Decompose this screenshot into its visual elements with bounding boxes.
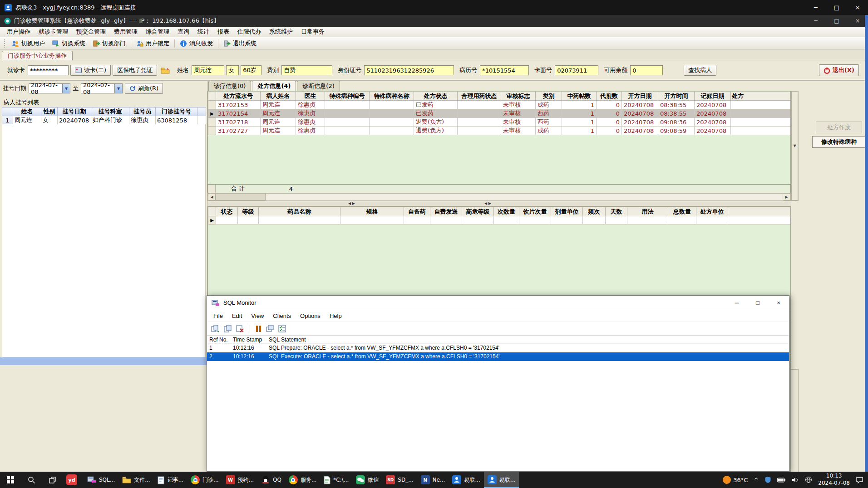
tab-outpatient-service-center[interactable]: 门诊服务中心业务操作 — [2, 51, 73, 60]
tool-switch-system-button[interactable]: 切换系统 — [49, 39, 89, 49]
copy-to-icon[interactable] — [211, 325, 220, 333]
volume-icon[interactable] — [792, 477, 799, 483]
reg-date-to-combo[interactable]: 2024-07-08 ▼ — [81, 83, 123, 93]
modify-special-disease-button[interactable]: 修改特殊病种 — [812, 136, 866, 148]
sql-log-row-selected[interactable]: 2 10:12:16 SQL Execute: ORACLE - select … — [207, 352, 789, 361]
menu-comprehensive-management[interactable]: 综合管理 — [142, 28, 173, 36]
menu-system-maintenance[interactable]: 系统维护 — [265, 28, 297, 36]
scroll-left-icon[interactable]: ◀ — [208, 194, 216, 200]
name-input[interactable]: 周元连 — [192, 65, 224, 75]
copy-icon[interactable] — [224, 325, 232, 333]
scroll-right-icon[interactable]: ▶ — [783, 194, 790, 200]
sql-minimize-button[interactable]: ─ — [726, 296, 747, 310]
tab-treatment-info[interactable]: 诊疗信息(0) — [208, 81, 251, 91]
chevron-down-icon[interactable]: ▼ — [114, 84, 122, 93]
ehc-button[interactable]: 医保电子凭证 — [113, 65, 157, 76]
checklist-icon[interactable] — [278, 325, 286, 333]
taskbar-app-ne[interactable]: N Ne... — [417, 472, 449, 488]
taskbar-app-youdao[interactable]: yd — [63, 472, 84, 488]
taskbar-app-yilianzhong-1[interactable]: 易联... — [449, 472, 483, 488]
mrn-input[interactable]: *10151554 — [480, 65, 529, 75]
sql-maximize-button[interactable]: □ — [747, 296, 768, 310]
menu-reports[interactable]: 报表 — [213, 28, 233, 36]
start-button[interactable] — [0, 472, 21, 488]
menu-prepay-management[interactable]: 预交金管理 — [72, 28, 110, 36]
hscroll-thumb[interactable] — [216, 194, 266, 200]
taskbar-app-chrome-outpatient[interactable]: 门诊... — [187, 472, 222, 488]
balance-input[interactable]: 0 — [630, 65, 663, 75]
prescription-row[interactable]: 31702727周元连徐惠贞退费(负方)未审核成药102024070809:08… — [208, 127, 791, 135]
sql-menu-clients[interactable]: Clients — [268, 312, 296, 319]
menu-user-operations[interactable]: 用户操作 — [3, 28, 35, 36]
menu-statistics[interactable]: 统计 — [193, 28, 213, 36]
find-patient-button[interactable]: 查找病人 — [684, 65, 716, 76]
folder-button[interactable] — [161, 67, 170, 74]
sql-menu-file[interactable]: File — [209, 312, 227, 319]
taskbar-clock[interactable]: 10:13 2024-07-08 — [818, 473, 850, 487]
tool-switch-user-button[interactable]: 切换用户 — [8, 39, 49, 49]
grid-splitter[interactable]: ◀ ▶ ◀ ▶ — [207, 201, 791, 206]
security-shield-icon[interactable] — [764, 476, 771, 483]
windows-icon[interactable] — [266, 325, 274, 333]
age-input[interactable]: 60岁 — [241, 65, 261, 75]
card-face-input[interactable]: 02073911 — [555, 65, 598, 75]
remote-minimize-button[interactable]: ─ — [805, 0, 826, 15]
network-icon[interactable] — [805, 476, 812, 483]
scroll-down-icon[interactable]: ▼ — [791, 91, 798, 200]
taskbar-app-text-file[interactable]: *C:\... — [320, 472, 352, 488]
taskbar-app-booking[interactable]: W 预约... — [222, 472, 257, 488]
sql-menu-edit[interactable]: Edit — [227, 312, 247, 319]
taskbar-app-sd[interactable]: SD SD_... — [382, 472, 417, 488]
app-minimize-button[interactable]: ─ — [805, 15, 826, 27]
notification-center-icon[interactable] — [856, 476, 863, 483]
tool-switch-department-button[interactable]: 切换部门 — [89, 39, 129, 49]
remote-maximize-button[interactable]: □ — [826, 0, 847, 15]
prescription-row[interactable]: 31702718周元连徐惠贞退费(负方)未审核西药102024070809:08… — [208, 118, 791, 127]
taskbar-app-wechat[interactable]: 微信 — [352, 472, 382, 488]
task-view-button[interactable] — [42, 472, 63, 488]
taskbar-app-chrome-service[interactable]: 服务... — [285, 472, 320, 488]
app-restore-button[interactable]: □ — [826, 15, 847, 27]
pause-icon[interactable] — [256, 325, 262, 333]
tray-chevron-icon[interactable]: ^ — [754, 477, 759, 483]
remote-edge-scrollbar[interactable] — [865, 15, 868, 472]
tool-messages-button[interactable]: 消息收发 — [176, 39, 217, 49]
reg-date-from-combo[interactable]: 2024-07-08 ▼ — [29, 83, 70, 93]
sql-menu-options[interactable]: Options — [296, 312, 325, 319]
splitter-grip-icon[interactable]: ◀ ▶ — [348, 201, 355, 205]
taskbar-search-button[interactable] — [21, 472, 42, 488]
sql-log-row[interactable]: 1 10:12:16 SQL Prepare: ORACLE - select … — [207, 344, 789, 352]
chevron-down-icon[interactable]: ▼ — [62, 84, 70, 93]
fee-type-input[interactable]: 自费 — [281, 65, 332, 75]
prescription-row-selected[interactable]: ▶ 31702154周元连徐惠贞已发药未审核西药102024070808:38:… — [208, 109, 791, 118]
prescription-row[interactable]: 31702153周元连徐惠贞已发药未审核成药102024070808:38:55… — [208, 101, 791, 109]
taskbar-app-qq[interactable]: QQ — [257, 472, 285, 488]
tab-diagnosis-info[interactable]: 诊断信息(2) — [297, 81, 340, 91]
registration-list-body[interactable] — [2, 124, 206, 357]
registration-hscrollbar[interactable] — [0, 357, 207, 365]
prescription-hscrollbar[interactable]: ◀ ▶ — [207, 193, 791, 201]
menu-fee-management[interactable]: 费用管理 — [110, 28, 142, 36]
refresh-button[interactable]: 刷新(R) — [125, 83, 163, 94]
gender-input[interactable]: 女 — [226, 65, 239, 75]
menu-card-management[interactable]: 就诊卡管理 — [35, 28, 72, 36]
exit-button[interactable]: 退出(X) — [819, 64, 859, 76]
battery-icon[interactable] — [777, 478, 786, 483]
sql-menu-view[interactable]: View — [247, 312, 268, 319]
menu-daily-affairs[interactable]: 日常事务 — [297, 28, 329, 36]
id-number-input[interactable]: 511023196312285926 — [364, 65, 454, 75]
tool-exit-system-button[interactable]: 退出系统 — [220, 39, 260, 49]
taskbar-app-file-explorer[interactable]: 文件... — [118, 472, 153, 488]
splitter-grip-icon[interactable]: ◀ ▶ — [484, 201, 491, 205]
taskbar-app-sql-monitor[interactable]: SQL... — [84, 472, 118, 488]
sql-close-button[interactable]: × — [768, 296, 789, 310]
drug-row-empty[interactable]: ▶ — [208, 216, 791, 224]
taskbar-app-yilianzhong-2[interactable]: 易联... — [484, 472, 519, 488]
weather-widget[interactable]: 36°C — [723, 476, 748, 484]
read-card-button[interactable]: 读卡(二) — [70, 65, 111, 76]
prescription-vscrollbar[interactable]: ▲ ▼ — [791, 91, 799, 201]
card-no-input[interactable]: ********* — [28, 65, 69, 75]
sql-titlebar[interactable]: SQL Monitor ─ □ × — [207, 296, 789, 310]
registration-row[interactable]: 1 周元连 女 20240708 妇产科门诊 徐惠贞 63081258 — [2, 116, 206, 125]
remote-close-button[interactable]: × — [847, 0, 868, 15]
